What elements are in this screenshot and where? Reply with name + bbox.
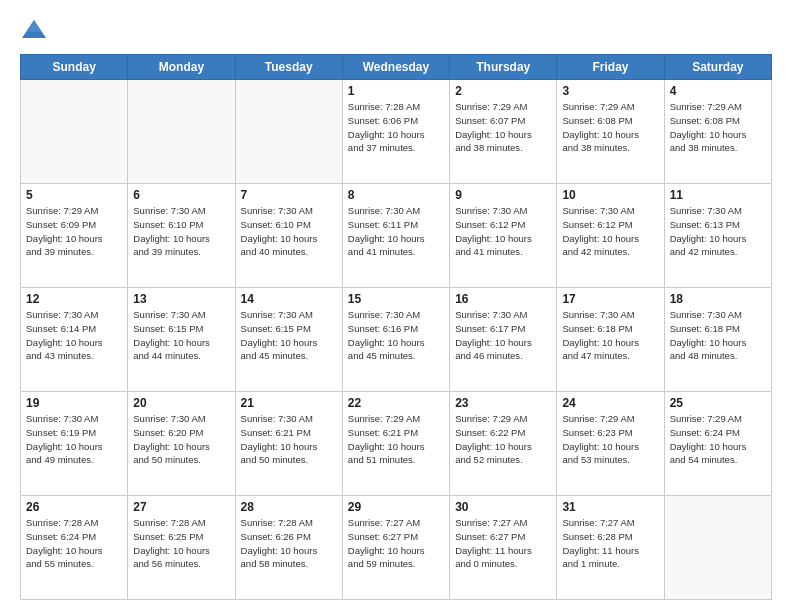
calendar-cell: 6Sunrise: 7:30 AM Sunset: 6:10 PM Daylig…: [128, 184, 235, 288]
calendar-cell: 19Sunrise: 7:30 AM Sunset: 6:19 PM Dayli…: [21, 392, 128, 496]
day-header-sunday: Sunday: [21, 55, 128, 80]
calendar-cell: 30Sunrise: 7:27 AM Sunset: 6:27 PM Dayli…: [450, 496, 557, 600]
day-header-tuesday: Tuesday: [235, 55, 342, 80]
cell-info: Sunrise: 7:30 AM Sunset: 6:12 PM Dayligh…: [455, 204, 551, 259]
svg-marker-1: [26, 20, 42, 32]
calendar-cell: 21Sunrise: 7:30 AM Sunset: 6:21 PM Dayli…: [235, 392, 342, 496]
cell-info: Sunrise: 7:30 AM Sunset: 6:21 PM Dayligh…: [241, 412, 337, 467]
cell-info: Sunrise: 7:29 AM Sunset: 6:22 PM Dayligh…: [455, 412, 551, 467]
day-number: 1: [348, 84, 444, 98]
calendar-cell: 13Sunrise: 7:30 AM Sunset: 6:15 PM Dayli…: [128, 288, 235, 392]
calendar-week-2: 5Sunrise: 7:29 AM Sunset: 6:09 PM Daylig…: [21, 184, 772, 288]
cell-info: Sunrise: 7:30 AM Sunset: 6:15 PM Dayligh…: [133, 308, 229, 363]
cell-info: Sunrise: 7:28 AM Sunset: 6:26 PM Dayligh…: [241, 516, 337, 571]
cell-info: Sunrise: 7:30 AM Sunset: 6:10 PM Dayligh…: [241, 204, 337, 259]
day-number: 26: [26, 500, 122, 514]
cell-info: Sunrise: 7:29 AM Sunset: 6:08 PM Dayligh…: [562, 100, 658, 155]
day-number: 19: [26, 396, 122, 410]
cell-info: Sunrise: 7:29 AM Sunset: 6:08 PM Dayligh…: [670, 100, 766, 155]
day-number: 10: [562, 188, 658, 202]
day-number: 25: [670, 396, 766, 410]
calendar-cell: 28Sunrise: 7:28 AM Sunset: 6:26 PM Dayli…: [235, 496, 342, 600]
day-number: 17: [562, 292, 658, 306]
day-number: 31: [562, 500, 658, 514]
cell-info: Sunrise: 7:29 AM Sunset: 6:09 PM Dayligh…: [26, 204, 122, 259]
day-number: 13: [133, 292, 229, 306]
day-header-saturday: Saturday: [664, 55, 771, 80]
header: [20, 16, 772, 44]
cell-info: Sunrise: 7:27 AM Sunset: 6:27 PM Dayligh…: [348, 516, 444, 571]
calendar-cell: 4Sunrise: 7:29 AM Sunset: 6:08 PM Daylig…: [664, 80, 771, 184]
cell-info: Sunrise: 7:30 AM Sunset: 6:18 PM Dayligh…: [562, 308, 658, 363]
calendar-cell: 12Sunrise: 7:30 AM Sunset: 6:14 PM Dayli…: [21, 288, 128, 392]
cell-info: Sunrise: 7:29 AM Sunset: 6:23 PM Dayligh…: [562, 412, 658, 467]
cell-info: Sunrise: 7:30 AM Sunset: 6:18 PM Dayligh…: [670, 308, 766, 363]
calendar-cell: 16Sunrise: 7:30 AM Sunset: 6:17 PM Dayli…: [450, 288, 557, 392]
day-number: 16: [455, 292, 551, 306]
calendar-cell: 11Sunrise: 7:30 AM Sunset: 6:13 PM Dayli…: [664, 184, 771, 288]
day-header-thursday: Thursday: [450, 55, 557, 80]
day-number: 9: [455, 188, 551, 202]
calendar-week-3: 12Sunrise: 7:30 AM Sunset: 6:14 PM Dayli…: [21, 288, 772, 392]
cell-info: Sunrise: 7:30 AM Sunset: 6:12 PM Dayligh…: [562, 204, 658, 259]
cell-info: Sunrise: 7:27 AM Sunset: 6:27 PM Dayligh…: [455, 516, 551, 571]
calendar-cell: 7Sunrise: 7:30 AM Sunset: 6:10 PM Daylig…: [235, 184, 342, 288]
cell-info: Sunrise: 7:29 AM Sunset: 6:24 PM Dayligh…: [670, 412, 766, 467]
day-number: 21: [241, 396, 337, 410]
day-number: 18: [670, 292, 766, 306]
cell-info: Sunrise: 7:28 AM Sunset: 6:06 PM Dayligh…: [348, 100, 444, 155]
day-number: 7: [241, 188, 337, 202]
calendar-cell: 5Sunrise: 7:29 AM Sunset: 6:09 PM Daylig…: [21, 184, 128, 288]
cell-info: Sunrise: 7:27 AM Sunset: 6:28 PM Dayligh…: [562, 516, 658, 571]
day-number: 30: [455, 500, 551, 514]
calendar-cell: 18Sunrise: 7:30 AM Sunset: 6:18 PM Dayli…: [664, 288, 771, 392]
calendar-cell: 24Sunrise: 7:29 AM Sunset: 6:23 PM Dayli…: [557, 392, 664, 496]
calendar-cell: 27Sunrise: 7:28 AM Sunset: 6:25 PM Dayli…: [128, 496, 235, 600]
day-number: 2: [455, 84, 551, 98]
day-number: 12: [26, 292, 122, 306]
calendar-week-1: 1Sunrise: 7:28 AM Sunset: 6:06 PM Daylig…: [21, 80, 772, 184]
calendar-cell: 3Sunrise: 7:29 AM Sunset: 6:08 PM Daylig…: [557, 80, 664, 184]
cell-info: Sunrise: 7:30 AM Sunset: 6:13 PM Dayligh…: [670, 204, 766, 259]
cell-info: Sunrise: 7:28 AM Sunset: 6:25 PM Dayligh…: [133, 516, 229, 571]
day-number: 11: [670, 188, 766, 202]
cell-info: Sunrise: 7:30 AM Sunset: 6:19 PM Dayligh…: [26, 412, 122, 467]
calendar-cell: 26Sunrise: 7:28 AM Sunset: 6:24 PM Dayli…: [21, 496, 128, 600]
calendar-cell: 29Sunrise: 7:27 AM Sunset: 6:27 PM Dayli…: [342, 496, 449, 600]
calendar-cell: [128, 80, 235, 184]
cell-info: Sunrise: 7:30 AM Sunset: 6:17 PM Dayligh…: [455, 308, 551, 363]
day-number: 5: [26, 188, 122, 202]
cell-info: Sunrise: 7:28 AM Sunset: 6:24 PM Dayligh…: [26, 516, 122, 571]
cell-info: Sunrise: 7:30 AM Sunset: 6:20 PM Dayligh…: [133, 412, 229, 467]
day-number: 22: [348, 396, 444, 410]
calendar-cell: [235, 80, 342, 184]
day-number: 6: [133, 188, 229, 202]
calendar-cell: 1Sunrise: 7:28 AM Sunset: 6:06 PM Daylig…: [342, 80, 449, 184]
calendar-cell: [664, 496, 771, 600]
calendar-cell: 25Sunrise: 7:29 AM Sunset: 6:24 PM Dayli…: [664, 392, 771, 496]
cell-info: Sunrise: 7:30 AM Sunset: 6:10 PM Dayligh…: [133, 204, 229, 259]
calendar-cell: 10Sunrise: 7:30 AM Sunset: 6:12 PM Dayli…: [557, 184, 664, 288]
logo-icon: [20, 16, 48, 44]
day-header-friday: Friday: [557, 55, 664, 80]
calendar-cell: 20Sunrise: 7:30 AM Sunset: 6:20 PM Dayli…: [128, 392, 235, 496]
day-number: 20: [133, 396, 229, 410]
day-number: 4: [670, 84, 766, 98]
day-header-monday: Monday: [128, 55, 235, 80]
cell-info: Sunrise: 7:29 AM Sunset: 6:07 PM Dayligh…: [455, 100, 551, 155]
calendar-cell: 17Sunrise: 7:30 AM Sunset: 6:18 PM Dayli…: [557, 288, 664, 392]
day-header-wednesday: Wednesday: [342, 55, 449, 80]
cell-info: Sunrise: 7:30 AM Sunset: 6:11 PM Dayligh…: [348, 204, 444, 259]
day-number: 29: [348, 500, 444, 514]
day-number: 23: [455, 396, 551, 410]
calendar-cell: 22Sunrise: 7:29 AM Sunset: 6:21 PM Dayli…: [342, 392, 449, 496]
day-number: 14: [241, 292, 337, 306]
day-number: 15: [348, 292, 444, 306]
day-number: 3: [562, 84, 658, 98]
calendar-cell: 15Sunrise: 7:30 AM Sunset: 6:16 PM Dayli…: [342, 288, 449, 392]
calendar-week-5: 26Sunrise: 7:28 AM Sunset: 6:24 PM Dayli…: [21, 496, 772, 600]
calendar-table: SundayMondayTuesdayWednesdayThursdayFrid…: [20, 54, 772, 600]
logo: [20, 16, 52, 44]
calendar-cell: 23Sunrise: 7:29 AM Sunset: 6:22 PM Dayli…: [450, 392, 557, 496]
calendar-cell: 2Sunrise: 7:29 AM Sunset: 6:07 PM Daylig…: [450, 80, 557, 184]
